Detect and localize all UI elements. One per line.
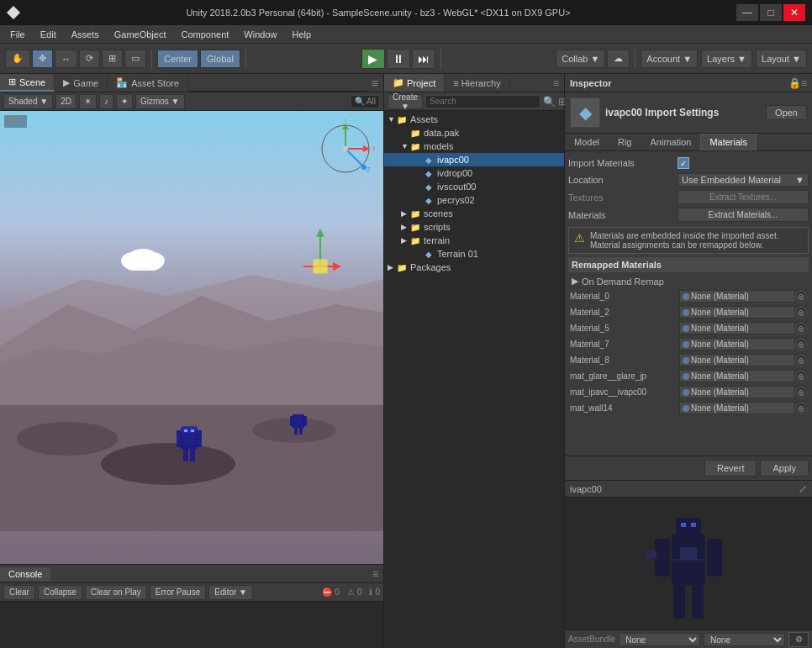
material-field[interactable]: None (Material) <box>679 306 795 319</box>
tree-item-ivdrop00[interactable]: ◆ ivdrop00 <box>384 166 564 180</box>
asset-bundle-settings-button[interactable]: ⚙ <box>788 632 809 647</box>
material-field[interactable]: None (Material) <box>679 386 795 398</box>
tree-item-models[interactable]: ▼ 📁 models <box>384 140 564 153</box>
material-field[interactable]: None (Material) <box>679 402 795 414</box>
move-tool-button[interactable]: ✥ <box>32 50 53 68</box>
material-select-button[interactable]: ◎ <box>795 387 807 398</box>
maximize-button[interactable]: □ <box>760 4 782 21</box>
tree-item-datapak[interactable]: 📁 data.pak <box>384 126 564 140</box>
material-field[interactable]: None (Material) <box>679 322 795 335</box>
layout-button[interactable]: Layout ▼ <box>756 50 807 68</box>
global-button[interactable]: Global <box>200 50 240 68</box>
gizmos-dropdown[interactable]: Gizmos ▼ <box>135 94 185 109</box>
transform-tool-button[interactable]: ▭ <box>124 50 146 68</box>
variant-select[interactable]: None <box>704 633 785 646</box>
material-select-button[interactable]: ◎ <box>795 371 807 382</box>
project-options-button[interactable]: ≡ <box>548 74 564 92</box>
rect-tool-button[interactable]: ⊞ <box>102 50 123 68</box>
rotate-tool-button[interactable]: ↔ <box>55 50 77 68</box>
material-select-button[interactable]: ◎ <box>795 323 807 335</box>
revert-button[interactable]: Revert <box>704 460 757 477</box>
tab-project[interactable]: 📁 Project <box>384 74 445 92</box>
close-button[interactable]: ✕ <box>783 4 805 21</box>
tree-item-scripts[interactable]: ▶ 📁 scripts <box>384 220 564 234</box>
menu-assets[interactable]: Assets <box>65 28 106 41</box>
center-button[interactable]: Center <box>157 50 198 68</box>
extract-textures-button[interactable]: Extract Textures... <box>678 190 809 204</box>
inspector-section: Inspector 🔒 ≡ ◆ ivapc00 Import Settings … <box>565 74 812 648</box>
tree-item-ivscout00[interactable]: ◆ ivscout00 <box>384 180 564 193</box>
2d-button[interactable]: 2D <box>55 94 76 109</box>
clear-button[interactable]: Clear <box>3 585 35 600</box>
light-button[interactable]: ☀ <box>79 94 97 109</box>
scale-tool-button[interactable]: ⟳ <box>79 50 100 68</box>
material-label: Material_5 <box>570 324 679 333</box>
inspector-options-button[interactable]: ≡ <box>801 77 807 89</box>
menu-help[interactable]: Help <box>285 28 318 41</box>
tree-item-packages[interactable]: ▶ 📁 Packages <box>384 261 564 274</box>
pause-button[interactable]: ⏸ <box>387 49 410 69</box>
preview-expand-button[interactable]: ⤢ <box>799 483 807 495</box>
menu-window[interactable]: Window <box>237 28 283 41</box>
tab-hierarchy[interactable]: ≡ Hierarchy <box>445 74 510 92</box>
tree-item-terrain[interactable]: ▶ 📁 terrain <box>384 234 564 247</box>
console-options-button[interactable]: ≡ <box>367 568 383 580</box>
material-field[interactable]: None (Material) <box>679 290 795 303</box>
tab-assetstore[interactable]: 🏪 Asset Store <box>108 74 188 92</box>
tree-item-assets[interactable]: ▼ 📁 Assets <box>384 113 564 126</box>
collab-button[interactable]: Collab ▼ <box>556 50 605 68</box>
minimize-button[interactable]: — <box>736 4 758 21</box>
tab-materials[interactable]: Materials <box>700 134 757 150</box>
tree-item-terrain01[interactable]: ◆ Terrain 01 <box>384 247 564 261</box>
editor-dropdown[interactable]: Editor ▼ <box>208 585 253 600</box>
tree-item-ivapc00[interactable]: ◆ ivapc00 <box>384 153 564 166</box>
material-field[interactable]: None (Material) <box>679 354 795 366</box>
material-select-button[interactable]: ◎ <box>795 403 807 414</box>
create-button[interactable]: Create ▼ <box>388 94 423 109</box>
asset-bundle-select[interactable]: None <box>619 633 700 646</box>
assets-arrow: ▼ <box>388 115 396 124</box>
project-search-input[interactable] <box>425 95 540 108</box>
layers-button[interactable]: Layers ▼ <box>701 50 752 68</box>
material-select-button[interactable]: ◎ <box>795 339 807 350</box>
tab-game[interactable]: ▶ Game <box>55 74 108 92</box>
hand-tool-button[interactable]: ✋ <box>5 50 30 68</box>
tab-rig[interactable]: Rig <box>609 134 641 150</box>
inspector-lock-button[interactable]: 🔒 <box>788 77 801 89</box>
shaded-dropdown[interactable]: Shaded ▼ <box>3 94 53 109</box>
material-select-button[interactable]: ◎ <box>795 291 807 303</box>
material-select-button[interactable]: ◎ <box>795 307 807 319</box>
collapse-button[interactable]: Collapse <box>38 585 82 600</box>
audio-button[interactable]: ♪ <box>99 94 113 109</box>
menu-file[interactable]: File <box>3 28 32 41</box>
account-button[interactable]: Account ▼ <box>641 50 698 68</box>
step-button[interactable]: ⏭ <box>412 49 435 69</box>
menu-component[interactable]: Component <box>174 28 235 41</box>
menu-gameobject[interactable]: GameObject <box>108 28 173 41</box>
error-pause-button[interactable]: Error Pause <box>150 585 206 600</box>
menu-edit[interactable]: Edit <box>34 28 63 41</box>
tab-scene[interactable]: ⊞ Scene <box>0 74 55 92</box>
on-demand-remap-header[interactable]: ▶ On Demand Remap <box>568 274 809 288</box>
search-icon[interactable]: 🔍 <box>543 96 556 108</box>
open-button[interactable]: Open <box>766 105 807 120</box>
tree-item-scenes[interactable]: ▶ 📁 scenes <box>384 207 564 220</box>
play-button[interactable]: ▶ <box>361 49 385 69</box>
extract-materials-button[interactable]: Extract Materials... <box>678 208 809 222</box>
clear-on-play-button[interactable]: Clear on Play <box>85 585 147 600</box>
cloud-button[interactable]: ☁ <box>607 50 630 68</box>
location-dropdown[interactable]: Use Embedded Material ▼ <box>678 173 809 187</box>
material-select-button[interactable]: ◎ <box>795 355 807 366</box>
material-field[interactable]: None (Material) <box>679 370 795 382</box>
tree-item-pecrys02[interactable]: ◆ pecrys02 <box>384 193 564 207</box>
import-materials-checkbox[interactable]: ✓ <box>678 157 689 169</box>
tab-model[interactable]: Model <box>565 134 609 150</box>
scene-options-button[interactable]: ≡ <box>366 74 383 92</box>
scene-viewport[interactable]: Y X Z <box>0 111 383 564</box>
tab-animation[interactable]: Animation <box>641 134 700 150</box>
material-field[interactable]: None (Material) <box>679 338 795 350</box>
tab-console[interactable]: Console <box>0 567 50 581</box>
apply-button[interactable]: Apply <box>760 460 809 477</box>
scene-tab-icon: ⊞ <box>8 76 16 87</box>
effects-button[interactable]: ✦ <box>116 94 133 109</box>
